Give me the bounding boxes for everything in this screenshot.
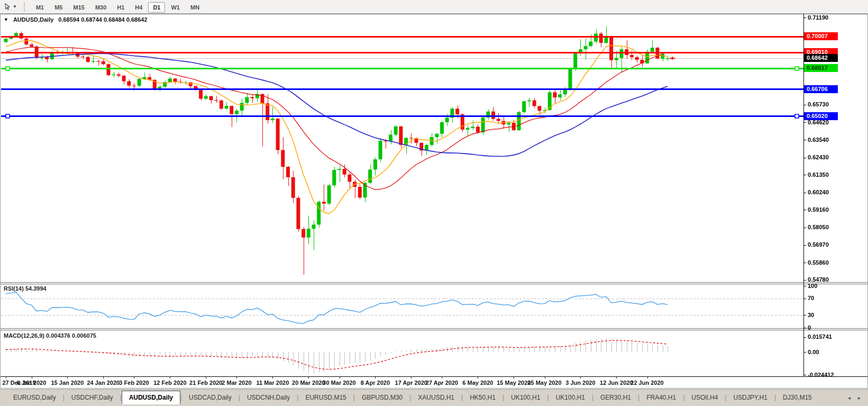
timeframe-button-M15[interactable]: M15 bbox=[68, 2, 89, 13]
crosshair-cursor-icon[interactable]: ▼ bbox=[2, 2, 19, 12]
trading-terminal: ▼ M1M5M15M30H1H4D1W1MN ▼ AUDUSD,Daily 0.… bbox=[0, 0, 868, 406]
tab-scroll-right-icon[interactable]: ▸ bbox=[858, 395, 861, 401]
chart-tab-audusd-daily[interactable]: AUDUSD,Daily bbox=[122, 391, 180, 404]
chart-tab-uk100-h1[interactable]: UK100,H1 bbox=[549, 392, 592, 404]
chart-tab-usdcad-daily[interactable]: USDCAD,Daily bbox=[182, 392, 239, 404]
timeframe-button-W1[interactable]: W1 bbox=[166, 2, 185, 13]
timeframe-button-D1[interactable]: D1 bbox=[148, 2, 165, 13]
toolbar-grip[interactable] bbox=[24, 3, 26, 11]
timeframe-button-H1[interactable]: H1 bbox=[112, 2, 129, 13]
chart-tab-eurusd-daily[interactable]: EURUSD,Daily bbox=[6, 392, 63, 404]
chart-tab-fra40-h1[interactable]: FRA40,H1 bbox=[639, 392, 683, 404]
timeframe-button-M30[interactable]: M30 bbox=[90, 2, 111, 13]
price-chart-canvas[interactable] bbox=[0, 0, 868, 406]
cursor-glyph bbox=[4, 3, 12, 11]
chart-tab-uk100-h1[interactable]: UK100,H1 bbox=[504, 392, 547, 404]
chart-tab-usoil-h4[interactable]: USOil,H4 bbox=[684, 392, 725, 404]
chart-tab-xauusd-h1[interactable]: XAUUSD,H1 bbox=[411, 392, 461, 404]
timeframe-button-M5[interactable]: M5 bbox=[50, 2, 67, 13]
chart-tab-usdcnh-daily[interactable]: USDCNH,Daily bbox=[240, 392, 297, 404]
chart-tab-usdjpy-h1[interactable]: USDJPY,H1 bbox=[726, 392, 774, 404]
timeframe-button-MN[interactable]: MN bbox=[186, 2, 204, 13]
chart-tab-gbpusd-m30[interactable]: GBPUSD,M30 bbox=[355, 392, 409, 404]
timeframe-button-M1[interactable]: M1 bbox=[31, 2, 49, 13]
timeframe-button-group: M1M5M15M30H1H4D1W1MN bbox=[31, 2, 205, 12]
chart-tab-dj30-m15[interactable]: DJ30,M15 bbox=[776, 392, 819, 404]
chart-tab-ger30-h1[interactable]: GER30,H1 bbox=[593, 392, 638, 404]
timeframe-button-H4[interactable]: H4 bbox=[130, 2, 147, 13]
tab-scroll-left-icon[interactable]: ◂ bbox=[848, 395, 851, 401]
chart-tab-hk50-h1[interactable]: HK50,H1 bbox=[463, 392, 502, 404]
chart-tab-bar: EURUSD,Daily|USDCHF,Daily|AUDUSD,Daily|U… bbox=[0, 389, 868, 406]
chevron-down-icon: ▼ bbox=[13, 4, 17, 9]
tab-strip: EURUSD,Daily|USDCHF,Daily|AUDUSD,Daily|U… bbox=[6, 392, 819, 404]
timeframe-toolbar: ▼ M1M5M15M30H1H4D1W1MN bbox=[0, 0, 868, 14]
chart-tab-usdchf-daily[interactable]: USDCHF,Daily bbox=[65, 392, 120, 404]
chart-tab-eurusd-m15[interactable]: EURUSD,M15 bbox=[298, 392, 353, 404]
